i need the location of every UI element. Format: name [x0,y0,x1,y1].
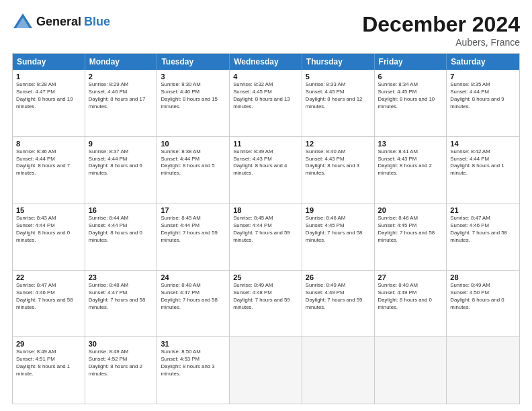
day-info: Sunrise: 8:46 AMSunset: 4:45 PMDaylight:… [378,215,443,244]
calendar-day-15: 15Sunrise: 8:43 AMSunset: 4:44 PMDayligh… [13,203,85,270]
logo-text-general: General [36,15,81,29]
calendar-day-19: 19Sunrise: 8:46 AMSunset: 4:45 PMDayligh… [302,203,375,270]
day-number: 5 [306,73,371,81]
calendar-empty-cell [302,337,375,404]
day-info: Sunrise: 8:33 AMSunset: 4:45 PMDaylight:… [306,81,371,111]
day-info: Sunrise: 8:43 AMSunset: 4:44 PMDaylight:… [16,215,81,244]
day-info: Sunrise: 8:28 AMSunset: 4:47 PMDaylight:… [16,81,81,111]
logo-text-blue: Blue [84,15,110,29]
calendar-day-29: 29Sunrise: 8:49 AMSunset: 4:51 PMDayligh… [13,337,85,404]
calendar-empty-cell [230,337,302,404]
day-info: Sunrise: 8:35 AMSunset: 4:44 PMDaylight:… [450,81,516,111]
day-number: 13 [378,140,443,148]
day-number: 15 [16,206,81,214]
logo-icon [12,12,34,31]
calendar-day-27: 27Sunrise: 8:49 AMSunset: 4:49 PMDayligh… [375,271,447,337]
day-number: 29 [16,340,81,348]
header-wednesday: Wednesday [230,54,302,70]
calendar-day-7: 7Sunrise: 8:35 AMSunset: 4:44 PMDaylight… [447,70,519,136]
calendar-day-18: 18Sunrise: 8:45 AMSunset: 4:44 PMDayligh… [230,203,302,270]
calendar-day-31: 31Sunrise: 8:50 AMSunset: 4:53 PMDayligh… [157,337,230,404]
day-info: Sunrise: 8:39 AMSunset: 4:43 PMDaylight:… [233,148,298,178]
calendar-day-9: 9Sunrise: 8:37 AMSunset: 4:44 PMDaylight… [85,137,158,203]
header: GeneralBlue December 2024 Aubers, France [12,12,520,48]
calendar-day-26: 26Sunrise: 8:49 AMSunset: 4:49 PMDayligh… [302,271,375,337]
day-info: Sunrise: 8:48 AMSunset: 4:47 PMDaylight:… [161,282,226,312]
day-info: Sunrise: 8:30 AMSunset: 4:46 PMDaylight:… [161,81,226,111]
day-info: Sunrise: 8:36 AMSunset: 4:44 PMDaylight:… [16,148,81,178]
day-number: 21 [450,206,516,214]
calendar-week-3: 15Sunrise: 8:43 AMSunset: 4:44 PMDayligh… [13,203,519,271]
day-number: 14 [450,140,516,148]
calendar-day-22: 22Sunrise: 8:47 AMSunset: 4:46 PMDayligh… [13,271,85,337]
calendar-week-5: 29Sunrise: 8:49 AMSunset: 4:51 PMDayligh… [13,337,519,404]
day-info: Sunrise: 8:45 AMSunset: 4:44 PMDaylight:… [161,215,226,244]
day-number: 9 [89,140,154,148]
calendar-empty-cell [375,337,447,404]
title-area: December 2024 Aubers, France [362,12,520,48]
calendar-day-4: 4Sunrise: 8:32 AMSunset: 4:45 PMDaylight… [230,70,302,136]
calendar-day-3: 3Sunrise: 8:30 AMSunset: 4:46 PMDaylight… [157,70,230,136]
calendar-day-12: 12Sunrise: 8:40 AMSunset: 4:43 PMDayligh… [302,137,375,203]
day-number: 8 [16,140,81,148]
day-info: Sunrise: 8:29 AMSunset: 4:46 PMDaylight:… [89,81,154,111]
calendar-day-5: 5Sunrise: 8:33 AMSunset: 4:45 PMDaylight… [302,70,375,136]
day-number: 1 [16,73,81,81]
location: Aubers, France [362,37,520,48]
day-number: 26 [306,273,371,281]
day-number: 4 [233,73,298,81]
day-number: 28 [450,273,516,281]
day-info: Sunrise: 8:32 AMSunset: 4:45 PMDaylight:… [233,81,298,111]
calendar-day-6: 6Sunrise: 8:34 AMSunset: 4:45 PMDaylight… [375,70,447,136]
day-number: 18 [233,206,298,214]
calendar-day-25: 25Sunrise: 8:49 AMSunset: 4:48 PMDayligh… [230,271,302,337]
calendar-day-28: 28Sunrise: 8:49 AMSunset: 4:50 PMDayligh… [447,271,519,337]
header-sunday: Sunday [13,54,85,70]
page: GeneralBlue December 2024 Aubers, France… [0,0,532,411]
calendar-week-4: 22Sunrise: 8:47 AMSunset: 4:46 PMDayligh… [13,271,519,338]
day-number: 25 [233,273,298,281]
month-title: December 2024 [362,12,520,37]
day-number: 20 [378,206,443,214]
day-info: Sunrise: 8:44 AMSunset: 4:44 PMDaylight:… [89,215,154,244]
calendar-day-21: 21Sunrise: 8:47 AMSunset: 4:46 PMDayligh… [447,203,519,270]
day-info: Sunrise: 8:47 AMSunset: 4:46 PMDaylight:… [450,215,516,244]
day-number: 22 [16,273,81,281]
day-info: Sunrise: 8:49 AMSunset: 4:49 PMDaylight:… [306,282,371,312]
day-info: Sunrise: 8:49 AMSunset: 4:50 PMDaylight:… [450,282,516,312]
calendar-day-23: 23Sunrise: 8:48 AMSunset: 4:47 PMDayligh… [85,271,158,337]
day-number: 2 [89,73,154,81]
day-number: 27 [378,273,443,281]
day-info: Sunrise: 8:50 AMSunset: 4:53 PMDaylight:… [161,349,226,378]
day-number: 3 [161,73,226,81]
day-number: 30 [89,340,154,348]
calendar-day-16: 16Sunrise: 8:44 AMSunset: 4:44 PMDayligh… [85,203,158,270]
calendar-empty-cell [447,337,519,404]
calendar-day-30: 30Sunrise: 8:49 AMSunset: 4:52 PMDayligh… [85,337,158,404]
day-info: Sunrise: 8:37 AMSunset: 4:44 PMDaylight:… [89,148,154,178]
day-info: Sunrise: 8:49 AMSunset: 4:48 PMDaylight:… [233,282,298,312]
header-thursday: Thursday [302,54,375,70]
calendar-header: Sunday Monday Tuesday Wednesday Thursday… [13,54,519,70]
calendar-week-1: 1Sunrise: 8:28 AMSunset: 4:47 PMDaylight… [13,70,519,137]
day-number: 19 [306,206,371,214]
day-info: Sunrise: 8:46 AMSunset: 4:45 PMDaylight:… [306,215,371,244]
day-info: Sunrise: 8:41 AMSunset: 4:43 PMDaylight:… [378,148,443,178]
calendar-body: 1Sunrise: 8:28 AMSunset: 4:47 PMDaylight… [13,70,519,404]
day-info: Sunrise: 8:49 AMSunset: 4:51 PMDaylight:… [16,349,81,378]
calendar-day-20: 20Sunrise: 8:46 AMSunset: 4:45 PMDayligh… [375,203,447,270]
day-info: Sunrise: 8:48 AMSunset: 4:47 PMDaylight:… [89,282,154,312]
day-info: Sunrise: 8:40 AMSunset: 4:43 PMDaylight:… [306,148,371,178]
day-info: Sunrise: 8:45 AMSunset: 4:44 PMDaylight:… [233,215,298,244]
calendar-day-10: 10Sunrise: 8:38 AMSunset: 4:44 PMDayligh… [157,137,230,203]
day-info: Sunrise: 8:49 AMSunset: 4:52 PMDaylight:… [89,349,154,378]
calendar-day-8: 8Sunrise: 8:36 AMSunset: 4:44 PMDaylight… [13,137,85,203]
header-monday: Monday [85,54,158,70]
header-friday: Friday [375,54,447,70]
day-info: Sunrise: 8:47 AMSunset: 4:46 PMDaylight:… [16,282,81,312]
header-tuesday: Tuesday [157,54,230,70]
calendar-day-14: 14Sunrise: 8:42 AMSunset: 4:44 PMDayligh… [447,137,519,203]
logo: GeneralBlue [12,12,110,31]
day-info: Sunrise: 8:49 AMSunset: 4:49 PMDaylight:… [378,282,443,312]
day-number: 24 [161,273,226,281]
